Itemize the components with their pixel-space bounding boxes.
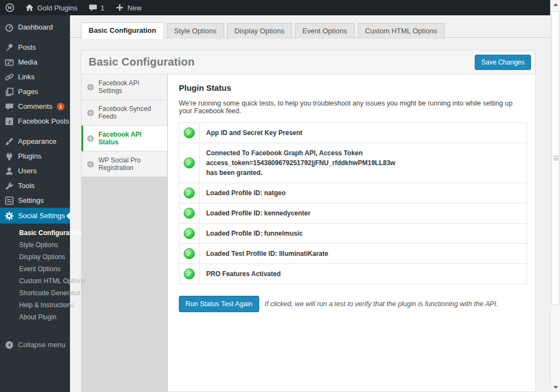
- submenu-item-basic-configuration[interactable]: Basic Configuration: [0, 227, 70, 239]
- globe-icon: [87, 84, 94, 91]
- status-row: ✓App ID and Secret Key Present: [179, 123, 527, 143]
- tab-style-options[interactable]: Style Options: [167, 23, 224, 39]
- facebook-icon: f: [5, 117, 14, 126]
- sidebar-item-label: Links: [18, 73, 34, 81]
- submenu-item-event-options[interactable]: Event Options: [0, 263, 70, 275]
- users-icon: [5, 167, 14, 175]
- sidebar-item-label: Comments: [18, 102, 52, 110]
- sidebar-item-comments[interactable]: Comments1: [0, 99, 70, 114]
- tab-custom-html-options[interactable]: Custom HTML Options: [358, 23, 445, 39]
- tools-icon: [5, 182, 14, 190]
- sidebar-item-label: Media: [18, 58, 37, 66]
- sidebar-item-label: Facebook Posts: [18, 117, 69, 125]
- new-content-button[interactable]: New: [110, 0, 147, 15]
- subnav-item-label: WP Social Pro Registration: [98, 156, 163, 172]
- sidebar-item-dashboard[interactable]: Dashboard: [0, 20, 70, 34]
- settings-tab-bar: Basic ConfigurationStyle OptionsDisplay …: [70, 15, 550, 38]
- settings-icon: [5, 196, 14, 205]
- sidebar-item-settings[interactable]: Settings: [0, 193, 70, 208]
- tab-basic-configuration[interactable]: Basic Configuration: [81, 22, 164, 39]
- vertical-scrollbar[interactable]: [550, 0, 560, 392]
- run-test-note: If clicked, we will run a test to verify…: [265, 300, 498, 308]
- run-status-test-button[interactable]: Run Status Test Again: [179, 296, 259, 312]
- sidebar-item-pages[interactable]: Pages: [0, 84, 70, 99]
- submenu-item-shortcode-generator[interactable]: Shortcode Generator: [0, 287, 70, 299]
- subnav-item-facebook-synced-feeds[interactable]: Facebook Synced Feeds: [81, 100, 167, 126]
- sidebar-item-label: Settings: [18, 196, 44, 204]
- sidebar-item-tools[interactable]: Tools: [0, 178, 70, 193]
- status-icon-cell: ✓: [179, 183, 200, 203]
- status-row-text: Loaded Profile ID: funnelmusic: [200, 224, 527, 243]
- collapse-menu-button[interactable]: Collapse menu: [0, 337, 70, 352]
- subnav-item-wp-social-pro-registration[interactable]: WP Social Pro Registration: [81, 151, 167, 177]
- sidebar-item-label: Plugins: [18, 152, 42, 160]
- tab-display-options[interactable]: Display Options: [227, 23, 292, 39]
- status-icon-cell: ✓: [179, 143, 200, 183]
- settings-subnav: Facebook API SettingsFacebook Synced Fee…: [81, 74, 168, 391]
- scrollbar-grip: [553, 156, 558, 160]
- plugins-icon: [5, 152, 14, 161]
- active-menu-arrow-icon: [66, 212, 70, 220]
- sidebar-item-social-settings[interactable]: Social Settings: [0, 208, 70, 224]
- sidebar-item-users[interactable]: Users: [0, 163, 70, 178]
- status-row: ✓Loaded Test Profile ID: IlluminatiKarat…: [179, 244, 527, 264]
- status-row: ✓Connected To Facebook Graph API, Access…: [179, 143, 527, 183]
- sidebar-item-appearance[interactable]: Appearance: [0, 134, 70, 149]
- sidebar-item-label: Appearance: [18, 137, 56, 145]
- subnav-item-facebook-api-status[interactable]: Facebook API Status: [81, 126, 167, 151]
- submenu-item-display-options[interactable]: Display Options: [0, 251, 70, 263]
- submenu-item-style-options[interactable]: Style Options: [0, 239, 70, 251]
- wordpress-logo-icon: W: [5, 3, 14, 12]
- site-name-link[interactable]: Gold Plugins: [20, 0, 83, 15]
- globe-icon: [87, 135, 94, 142]
- media-icon: [5, 58, 14, 67]
- sidebar-item-plugins[interactable]: Plugins: [0, 149, 70, 163]
- admin-bar-comments-link[interactable]: 1: [83, 0, 110, 15]
- appearance-icon: [5, 137, 14, 146]
- sidebar-item-links[interactable]: Links: [0, 69, 70, 84]
- status-row: ✓Loaded Profile ID: natgeo: [179, 183, 527, 203]
- globe-icon: [87, 161, 94, 168]
- svg-text:W: W: [8, 5, 13, 10]
- posts-icon: [5, 43, 14, 52]
- svg-text:f: f: [9, 118, 11, 125]
- comments-bubble-icon: [89, 3, 97, 12]
- sidebar-item-posts[interactable]: Posts: [0, 40, 70, 55]
- site-name-label: Gold Plugins: [37, 4, 78, 12]
- sidebar-item-media[interactable]: Media: [0, 55, 70, 69]
- content-area: Basic ConfigurationStyle OptionsDisplay …: [70, 15, 550, 392]
- status-row-text: Connected To Facebook Graph API, Access …: [200, 143, 527, 183]
- wordpress-menu-button[interactable]: W: [0, 0, 20, 15]
- status-icon-cell: ✓: [179, 264, 200, 284]
- submenu-item-help-instructions[interactable]: Help & Instructions: [0, 299, 70, 311]
- sidebar-item-label: Tools: [18, 182, 34, 190]
- tab-event-options[interactable]: Event Options: [295, 23, 355, 39]
- scroll-up-arrow-icon[interactable]: [551, 0, 560, 9]
- save-changes-button[interactable]: Save Changes: [475, 55, 531, 70]
- status-row: ✓Loaded Profile ID: kennedycenter: [179, 203, 527, 224]
- status-icon-cell: ✓: [179, 224, 200, 243]
- status-icon-cell: ✓: [179, 244, 200, 264]
- status-row-text: Loaded Profile ID: natgeo: [200, 183, 527, 203]
- scrollbar-thumb[interactable]: [551, 11, 559, 305]
- panel-body: Facebook API SettingsFacebook Synced Fee…: [81, 74, 535, 391]
- submenu-item-about-plugin[interactable]: About Plugin: [0, 311, 70, 323]
- success-check-icon: ✓: [184, 248, 195, 259]
- admin-bar-comments-count: 1: [101, 4, 104, 12]
- success-check-icon: ✓: [184, 188, 195, 198]
- menu-separator: [0, 128, 70, 134]
- status-icon-cell: ✓: [179, 123, 200, 143]
- scroll-down-arrow-icon[interactable]: [551, 383, 560, 392]
- menu-separator: [0, 34, 70, 40]
- sidebar-item-facebook-posts[interactable]: fFacebook Posts: [0, 114, 70, 128]
- sidebar-submenu: Basic ConfigurationStyle OptionsDisplay …: [0, 224, 70, 329]
- sidebar-item-label: Social Settings: [18, 212, 65, 220]
- success-check-icon: ✓: [184, 268, 195, 279]
- success-check-icon: ✓: [184, 157, 195, 168]
- submenu-item-custom-html-options[interactable]: Custom HTML Options: [0, 275, 70, 287]
- home-icon: [25, 3, 34, 12]
- status-row-text: App ID and Secret Key Present: [200, 123, 527, 143]
- plugin-status-intro: We're running some quick tests, to help …: [179, 100, 524, 115]
- subnav-item-facebook-api-settings[interactable]: Facebook API Settings: [81, 74, 167, 100]
- success-check-icon: ✓: [184, 127, 195, 138]
